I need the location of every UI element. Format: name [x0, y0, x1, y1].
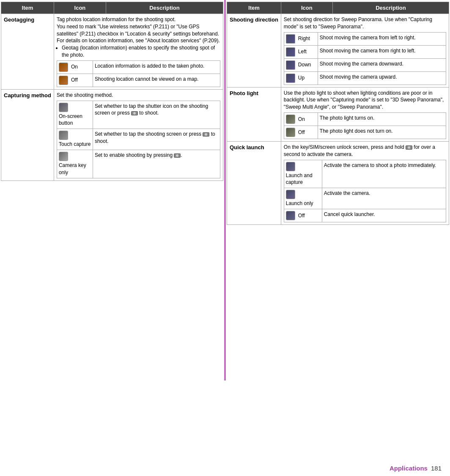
left-col-icon: Icon — [54, 2, 106, 14]
table-row: Photo light Use the photo light to shoot… — [227, 87, 449, 141]
table-row: Off Cancel quick launcher. — [284, 209, 446, 222]
desc-quick-launch: On the key/SIM/screen unlock screen, pre… — [281, 141, 449, 224]
camera-key-only-icon — [59, 152, 68, 161]
shoot-up-icon — [286, 74, 295, 83]
cam-key-inline-icon — [131, 111, 138, 115]
icon-shoot-right: Right — [284, 32, 318, 45]
page-footer: Applications 181 — [390, 465, 442, 472]
icon-shoot-down: Down — [284, 58, 318, 71]
item-quick-launch: Quick launch — [227, 141, 281, 224]
icon-geotagging-off: Off — [57, 74, 93, 87]
table-row: Quick launch On the key/SIM/screen unloc… — [227, 141, 449, 224]
launch-capture-icon — [286, 162, 295, 171]
icon-launch-capture: Launch and capture — [284, 160, 322, 188]
touch-capture-icon — [59, 131, 68, 140]
cam-key-inline-icon3 — [174, 153, 181, 158]
desc-capturing-method: Set the shooting method. On-screen butto… — [54, 89, 223, 181]
page-number: 181 — [431, 465, 442, 472]
icon-onscreen-btn: On-screen button — [57, 101, 93, 129]
icon-touch-capture: Touch capture — [57, 129, 93, 150]
cam-key-inline-icon2 — [203, 132, 209, 137]
shoot-down-icon — [286, 60, 295, 70]
table-row: Shooting direction Set shooting directio… — [227, 14, 449, 88]
location-on-icon — [59, 63, 68, 72]
table-row: On Location information is added to the … — [57, 60, 220, 74]
right-col-icon: Icon — [281, 2, 332, 14]
icon-geotagging-on: On — [57, 60, 93, 74]
table-row: Touch capture Set whether to tap the sho… — [57, 129, 220, 150]
left-col-item: Item — [1, 2, 54, 14]
onscreen-button-icon — [59, 103, 68, 112]
table-row: Down Shoot moving the camera downward. — [284, 58, 446, 71]
table-row: Up Shoot moving the camera upward. — [284, 71, 446, 85]
icon-camera-key-only: Camera key only — [57, 150, 93, 178]
location-off-icon — [59, 76, 68, 85]
quick-launch-off-icon — [286, 211, 295, 220]
applications-label: Applications — [390, 465, 428, 472]
table-row: Off The photo light does not turn on. — [284, 126, 446, 139]
item-shooting-direction: Shooting direction — [227, 14, 281, 88]
item-capturing-method: Capturing method — [1, 89, 54, 181]
item-photo-light: Photo light — [227, 87, 281, 141]
shoot-left-icon — [286, 47, 295, 57]
right-col-desc: Description — [332, 2, 449, 14]
table-row: Camera key only Set to enable shooting b… — [57, 150, 220, 178]
right-table-wrapper: Item Icon Description Shooting direction… — [226, 0, 450, 380]
table-row: Launch and capture Activate the camera t… — [284, 160, 446, 188]
table-row: Launch only Activate the camera. — [284, 188, 446, 209]
desc-photo-light: Use the photo light to shoot when lighti… — [281, 87, 449, 141]
table-row: On-screen button Set whether to tap the … — [57, 101, 220, 129]
table-row: Geotagging Tag photos location informati… — [1, 14, 223, 90]
icon-photolight-off: Off — [284, 126, 318, 139]
left-col-desc: Description — [106, 2, 223, 14]
photo-light-off-icon — [286, 128, 295, 137]
icon-launch-only: Launch only — [284, 188, 322, 209]
left-table: Item Icon Description Geotagging Tag pho… — [1, 2, 223, 181]
cam-key-inline-icon4 — [406, 145, 412, 150]
right-col-item: Item — [227, 2, 281, 14]
icon-shoot-left: Left — [284, 45, 318, 58]
launch-only-icon — [286, 190, 295, 199]
shoot-right-icon — [286, 34, 295, 44]
icon-shoot-up: Up — [284, 71, 318, 85]
item-geotagging: Geotagging — [1, 14, 54, 90]
icon-photolight-on: On — [284, 112, 318, 126]
left-table-wrapper: Item Icon Description Geotagging Tag pho… — [0, 0, 224, 380]
table-row: Off Shooting location cannot be viewed o… — [57, 74, 220, 87]
icon-quick-launch-off: Off — [284, 209, 322, 222]
table-row: Right Shoot moving the camera from left … — [284, 32, 446, 45]
table-row: Left Shoot moving the camera from right … — [284, 45, 446, 58]
right-table: Item Icon Description Shooting direction… — [227, 2, 449, 225]
desc-shooting-direction: Set shooting direction for Sweep Panoram… — [281, 14, 449, 88]
table-row: On The photo light turns on. — [284, 112, 446, 126]
desc-geotagging: Tag photos location information for the … — [54, 14, 223, 90]
table-row: Capturing method Set the shooting method… — [1, 89, 223, 181]
photo-light-on-icon — [286, 115, 295, 124]
